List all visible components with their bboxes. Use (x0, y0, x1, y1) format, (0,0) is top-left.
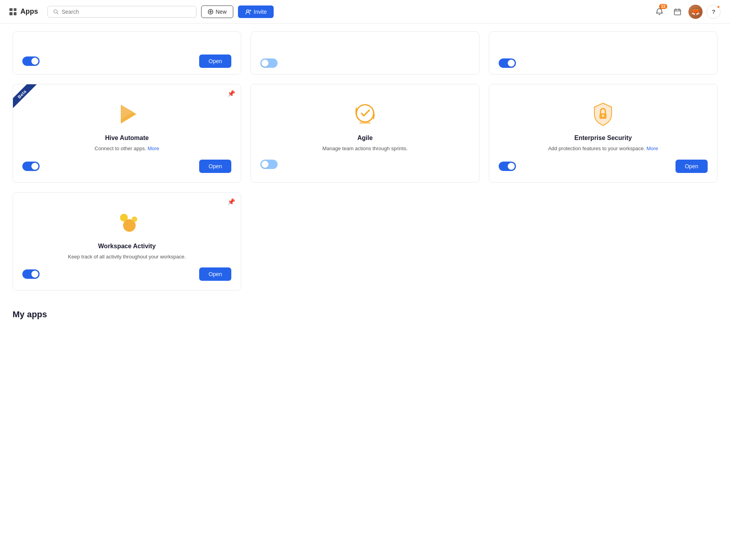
open-button-workspace[interactable]: Open (199, 267, 231, 281)
calendar-button[interactable] (670, 5, 685, 19)
avatar[interactable]: 🦊 (688, 5, 703, 19)
invite-label: Invite (254, 9, 267, 15)
card-bottom: Open (499, 160, 708, 173)
toggle-agile[interactable] (260, 160, 278, 169)
open-button-hive[interactable]: Open (199, 160, 231, 173)
top-card-1: Open (13, 31, 241, 75)
card-title: Enterprise Security (574, 135, 632, 142)
card-desc: Connect to other apps. More (94, 145, 159, 153)
search-input[interactable] (62, 9, 191, 15)
svg-rect-16 (360, 122, 370, 124)
card-bottom: Open (22, 267, 231, 281)
card-hive-automate: Beta 📌 Hive Automate Connect to other ap… (13, 84, 241, 183)
brand-label: Apps (20, 7, 38, 16)
card-desc: Add protection features to your workspac… (548, 145, 658, 153)
card-desc: Manage team actions through sprints. (322, 145, 408, 153)
card-content: Workspace Activity Keep track of all act… (22, 202, 231, 261)
pin-icon[interactable]: 📌 (227, 90, 235, 97)
workspace-icon (111, 207, 143, 238)
toggle-enterprise[interactable] (499, 162, 516, 171)
enterprise-icon (587, 98, 619, 130)
help-label: ? (712, 8, 715, 15)
plus-icon (208, 9, 213, 15)
toggle-knob (261, 60, 269, 67)
search-bar[interactable] (47, 6, 196, 18)
app-cards-row2: 📌 Workspace Activity Keep track of all a… (13, 192, 717, 291)
toggle-knob (508, 163, 515, 170)
toggle-top-2[interactable] (260, 58, 278, 68)
more-link[interactable]: More (646, 145, 658, 151)
card-content: Agile Manage team actions through sprint… (260, 94, 469, 153)
toggle-top-3[interactable] (499, 58, 516, 68)
calendar-icon (674, 8, 681, 16)
main-content: Open Beta 📌 (0, 31, 730, 335)
svg-rect-8 (674, 9, 681, 15)
card-bottom: Open (22, 160, 231, 173)
navbar: Apps New Invite 33 (0, 0, 730, 24)
open-button-enterprise[interactable]: Open (676, 160, 708, 173)
empty-cell-1 (251, 192, 479, 291)
navbar-right: 33 🦊 ? (652, 5, 721, 19)
agile-icon (349, 98, 381, 130)
card-title: Workspace Activity (98, 243, 156, 250)
card-enterprise: Enterprise Security Add protection featu… (489, 84, 717, 183)
top-cards-grid: Open (13, 31, 717, 75)
toggle-hive[interactable] (22, 162, 40, 171)
toggle-knob (261, 161, 269, 168)
invite-icon (245, 9, 251, 15)
svg-line-1 (57, 13, 58, 14)
toggle-top-1[interactable] (22, 56, 40, 66)
svg-point-21 (132, 216, 137, 222)
toggle-workspace[interactable] (22, 269, 40, 279)
help-dot (717, 5, 720, 9)
open-button-top-1[interactable]: Open (199, 55, 231, 68)
card-title: Hive Automate (105, 135, 149, 142)
svg-point-18 (602, 115, 604, 117)
more-link[interactable]: More (147, 145, 159, 151)
hive-automate-icon (111, 98, 143, 130)
grid-icon (9, 8, 16, 15)
toggle-knob (508, 60, 515, 67)
bell-icon (656, 8, 663, 16)
top-card-3 (489, 31, 717, 75)
new-label: New (216, 9, 227, 15)
toggle-knob (31, 271, 38, 278)
avatar-image: 🦊 (688, 5, 703, 19)
top-card-2 (251, 31, 479, 75)
svg-point-5 (247, 10, 249, 12)
brand: Apps (9, 7, 38, 16)
help-button[interactable]: ? (706, 5, 721, 19)
empty-cell-2 (489, 192, 717, 291)
invite-button[interactable]: Invite (238, 5, 274, 18)
toggle-knob (31, 163, 38, 170)
card-agile: Agile Manage team actions through sprint… (251, 84, 479, 183)
toggle-knob (31, 58, 38, 65)
app-cards-row1: Beta 📌 Hive Automate Connect to other ap… (13, 84, 717, 183)
my-apps-title: My apps (13, 309, 717, 320)
beta-ribbon: Beta (13, 84, 44, 116)
card-bottom (260, 160, 469, 169)
notif-badge: 33 (659, 4, 667, 9)
notifications-button[interactable]: 33 (652, 5, 666, 19)
beta-label: Beta (13, 84, 37, 109)
new-button[interactable]: New (201, 5, 233, 18)
pin-icon[interactable]: 📌 (227, 198, 235, 205)
card-content: Enterprise Security Add protection featu… (499, 94, 708, 153)
card-workspace: 📌 Workspace Activity Keep track of all a… (13, 192, 241, 291)
search-icon (53, 9, 58, 15)
card-title: Agile (357, 135, 372, 142)
card-desc: Keep track of all activity throughout yo… (68, 253, 186, 261)
card-content: Hive Automate Connect to other apps. Mor… (22, 94, 231, 153)
